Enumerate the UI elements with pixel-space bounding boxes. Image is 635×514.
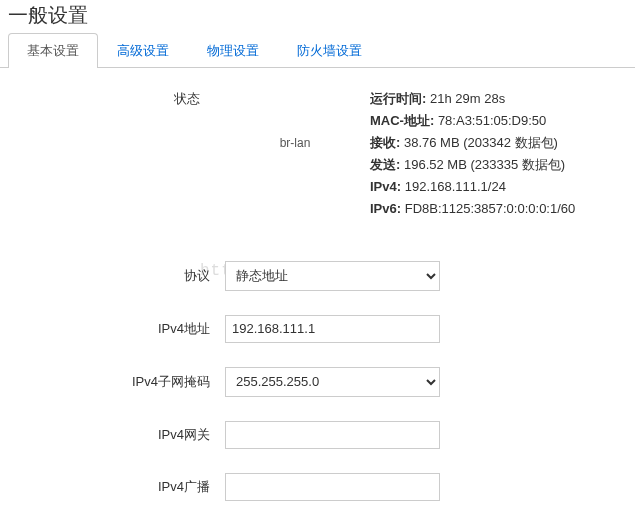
broadcast-label: IPv4广播	[10, 478, 225, 496]
ipv6-key: IPv6:	[370, 201, 401, 216]
rx-key: 接收:	[370, 135, 400, 150]
tab-advanced[interactable]: 高级设置	[98, 33, 188, 68]
ipv4-value: 192.168.111.1/24	[405, 179, 506, 194]
tx-value: 196.52 MB (233335 数据包)	[404, 157, 565, 172]
page-title: 一般设置	[0, 0, 635, 33]
status-details: 运行时间: 21h 29m 28s MAC-地址: 78:A3:51:05:D9…	[370, 88, 625, 221]
ipv4addr-label: IPv4地址	[10, 320, 225, 338]
ipv4addr-input[interactable]	[225, 315, 440, 343]
rx-value: 38.76 MB (203342 数据包)	[404, 135, 558, 150]
tab-physical[interactable]: 物理设置	[188, 33, 278, 68]
ipv4-key: IPv4:	[370, 179, 401, 194]
uptime-key: 运行时间:	[370, 91, 426, 106]
status-row: 状态 br-lan 运行时间: 21h 29m 28s MAC-地址: 78:A…	[10, 88, 625, 221]
tab-basic[interactable]: 基本设置	[8, 33, 98, 68]
tab-firewall[interactable]: 防火墙设置	[278, 33, 381, 68]
status-interface: br-lan	[220, 88, 370, 150]
protocol-label: 协议	[10, 267, 225, 285]
gateway-input[interactable]	[225, 421, 440, 449]
uptime-value: 21h 29m 28s	[430, 91, 505, 106]
ipv6-value: FD8B:1125:3857:0:0:0:0:1/60	[405, 201, 576, 216]
gateway-label: IPv4网关	[10, 426, 225, 444]
broadcast-input[interactable]	[225, 473, 440, 501]
netmask-label: IPv4子网掩码	[10, 373, 225, 391]
mac-value: 78:A3:51:05:D9:50	[438, 113, 546, 128]
tabs: 基本设置 高级设置 物理设置 防火墙设置	[0, 33, 635, 68]
tx-key: 发送:	[370, 157, 400, 172]
mac-key: MAC-地址:	[370, 113, 434, 128]
protocol-select[interactable]: 静态地址	[225, 261, 440, 291]
status-label: 状态	[10, 88, 220, 108]
netmask-select[interactable]: 255.255.255.0	[225, 367, 440, 397]
